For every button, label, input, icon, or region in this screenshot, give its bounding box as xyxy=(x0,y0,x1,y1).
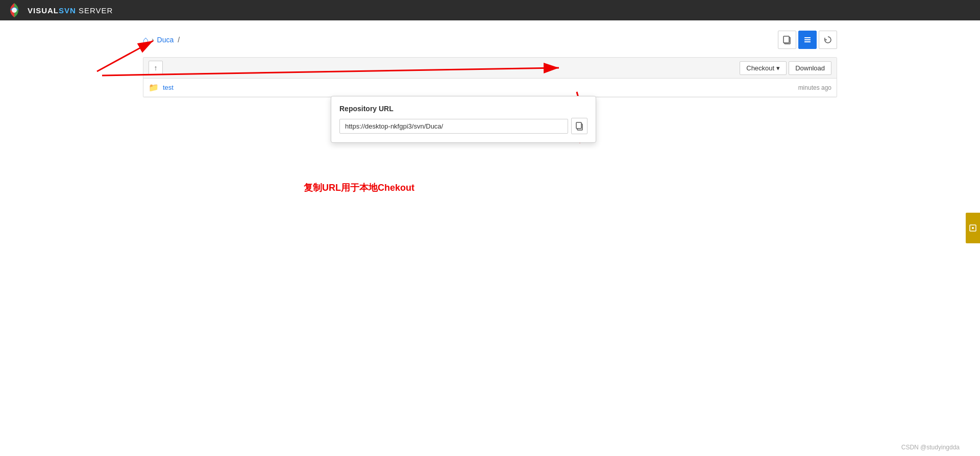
history-button[interactable] xyxy=(819,31,837,49)
repo-url-input-row xyxy=(339,118,587,134)
main-content: ⌂ › Duca / xyxy=(0,20,980,97)
folder-icon: 📁 xyxy=(149,83,159,92)
checkout-button[interactable]: Checkout ▾ xyxy=(740,61,787,75)
download-button[interactable]: Download xyxy=(789,61,831,75)
breadcrumb-duca-link[interactable]: Duca xyxy=(157,36,174,44)
table-row: 📁 test minutes ago xyxy=(143,79,837,97)
svg-rect-8 xyxy=(576,122,581,129)
file-panel: ↑ Checkout ▾ Download 📁 test minutes ago xyxy=(143,57,837,97)
repo-url-popup: Repository URL xyxy=(331,96,596,143)
repo-url-input[interactable] xyxy=(339,119,568,134)
panel-toolbar-right: Checkout ▾ Download xyxy=(740,61,831,75)
breadcrumb-arrow: › xyxy=(152,36,154,44)
file-name-link[interactable]: test xyxy=(163,84,766,91)
breadcrumb-slash: / xyxy=(178,36,180,44)
app-logo xyxy=(6,2,22,18)
file-list: 📁 test minutes ago xyxy=(143,79,837,97)
copy-url-popup-button[interactable] xyxy=(571,118,587,134)
svg-rect-5 xyxy=(804,39,811,40)
annotation-text: 复制URL用于本地Chekout xyxy=(304,182,414,194)
sidebar-edge-button[interactable] xyxy=(966,213,980,243)
svg-point-1 xyxy=(12,8,17,13)
breadcrumb-toolbar xyxy=(778,31,837,49)
app-title: VISUALSVNVISUALSVN SERVER SERVER xyxy=(28,6,113,15)
svg-rect-6 xyxy=(804,41,811,42)
svg-rect-3 xyxy=(783,36,789,43)
file-modified-time: minutes ago xyxy=(770,84,831,91)
file-panel-toolbar: ↑ Checkout ▾ Download xyxy=(143,58,837,79)
list-view-button[interactable] xyxy=(798,31,817,49)
svg-rect-4 xyxy=(804,37,811,38)
nav-up-button[interactable]: ↑ xyxy=(149,61,163,75)
breadcrumb-bar: ⌂ › Duca / xyxy=(143,31,837,49)
topbar: VISUALSVNVISUALSVN SERVER SERVER xyxy=(0,0,980,20)
svg-point-11 xyxy=(972,227,974,229)
home-icon[interactable]: ⌂ xyxy=(143,35,149,45)
repo-url-title: Repository URL xyxy=(339,105,587,113)
copy-url-button[interactable] xyxy=(778,31,796,49)
watermark: CSDN @studyingdda xyxy=(901,444,960,451)
